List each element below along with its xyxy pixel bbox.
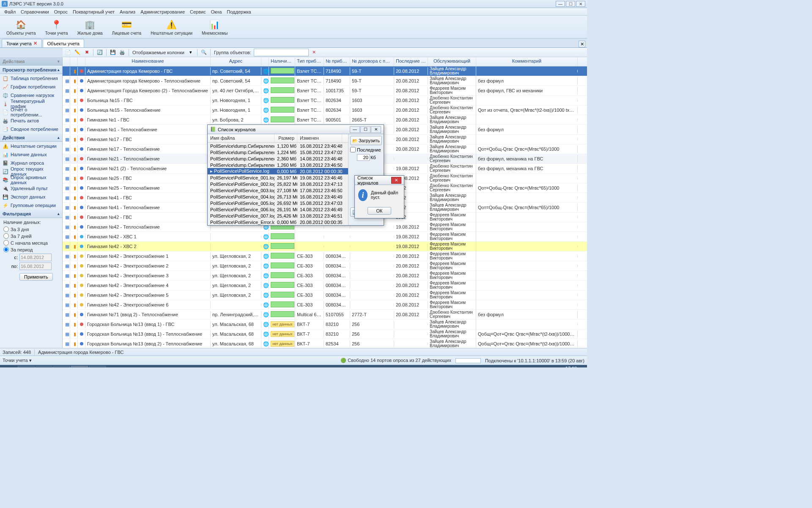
sidebar-section-actions[interactable]: Действия▴ [0,133,62,142]
grid-row[interactable]: ▦▮Больница №15 - ГВСул. Новогодняя, 1🌐Вз… [63,96,587,105]
sidebar-section-filter[interactable]: Фильтрация▴ [0,210,62,218]
sec2items-item-4[interactable]: 📄Отчет о потреблении... [0,108,62,116]
col-5[interactable] [261,57,269,66]
kb-input[interactable] [357,154,370,161]
filter-opt-monthstart[interactable]: С начала месяца [3,240,59,246]
file-col-modified[interactable]: Изменен [297,134,342,142]
menu-5[interactable]: Администрирование [138,9,187,14]
sec3items-item-2[interactable]: 📓Журнал опроса [0,159,62,167]
bottom-left-menu[interactable]: Точки учета ▾ [3,358,32,363]
group-input[interactable] [254,49,309,56]
file-row[interactable]: PollService\PollService_005.log26,692 Мб… [208,200,348,206]
sidebar-section-consumption[interactable]: Просмотр потребления▴ [0,66,62,74]
grid-row[interactable]: ▦▮Администрация Города Кемерово (2) - Те… [63,86,587,96]
close-tab-button[interactable]: ✕ [579,41,585,47]
sec2items-item-5[interactable]: 🖨️Печать актов [0,116,62,125]
minimize-button[interactable]: — [556,1,565,7]
grid-row[interactable]: ▦▮Администрация города Кемерово - ГВСпр.… [63,66,587,76]
close-button[interactable]: ✕ [576,1,585,7]
print-icon[interactable]: 🖨️ [118,49,126,56]
grid-row[interactable]: ▦▮Гимназия №71 (ввод 2) - Теплоснабжение… [63,310,587,320]
taskbar-app-icon[interactable]: ◆ [71,366,88,367]
edit-icon[interactable]: ✏️ [74,49,81,56]
grid-row[interactable]: ▦▮Городская Больница №13 (ввод 1) - Тепл… [63,329,587,339]
menu-7[interactable]: Окна [208,9,225,14]
msg-titlebar[interactable]: Список журналов ✕ [355,176,404,185]
col-12[interactable]: Комментарий [476,57,578,66]
sec2items-item-2[interactable]: ⚖️Сравнение нагрузок [0,91,62,99]
file-row[interactable]: PollService\dump.Сибирьтелеком_9(0)_00..… [208,155,348,162]
grid-row[interactable]: ▦▮Больница №15 - Теплоснабжениеул. Новог… [63,105,587,115]
maximize-button[interactable]: ☐ [566,1,575,7]
col-11[interactable]: Обслуживающий [428,57,476,66]
file-row[interactable]: PollService\dump.Сибирьтелеком_9(0)_00..… [208,149,348,155]
col-9[interactable]: № договора с поставщ... [350,57,394,66]
sec3items-item-6[interactable]: 💾Экспорт данных [0,193,62,201]
grid-row[interactable]: ▦▮Гимназия №42 - Электроснабжение 5ул. Щ… [63,290,587,300]
toolbar-btn-4[interactable]: ⚠️Нештатные ситуации [148,17,195,37]
new-icon[interactable]: 📄 [64,49,72,56]
col-0[interactable] [63,57,70,66]
sec3items-item-4[interactable]: 📚Опрос архивных данных [0,176,62,184]
toolbar-btn-5[interactable]: 📊Мнемосхемы [199,17,230,37]
file-row[interactable]: PollService\PollService_Error.log0,000 М… [208,219,348,225]
sec3items-item-3[interactable]: 🔄Опрос текущих данных [0,167,62,176]
file-row[interactable]: PollService\PollService_002.log25,822 Мб… [208,181,348,187]
sec2items-item-3[interactable]: 🌡️Температурный график [0,99,62,108]
file-row[interactable]: PollService\dump.Сибирьтелеком_9(0)_00..… [208,143,348,149]
msg-ok-button[interactable]: ОК [368,207,392,215]
grid-row[interactable]: ▦▮Гимназия №1 - ГВСул. Боброва, 2🌐Взлет … [63,115,587,125]
dialog-titlebar[interactable]: 📗 Список журналов — ☐ ✕ [208,125,384,134]
sidebar-section-actions-top[interactable]: Действия▾ [0,57,62,66]
filter-opt-7days[interactable]: За 7 дней [3,233,59,239]
col-2[interactable] [78,57,85,66]
col-6[interactable]: Наличие данных [269,57,295,66]
sec2items-item-0[interactable]: 📋Таблица потребления [0,74,62,83]
file-col-name[interactable]: Имя файла [208,134,274,142]
file-row[interactable]: PollService\PollService_004.log26,713 Мб… [208,193,348,200]
menu-2[interactable]: Опрос [52,9,70,14]
filter-opt-3days[interactable]: За 3 дня [3,226,59,232]
sec3items-item-7[interactable]: ⚡Групповые операции [0,201,62,210]
menu-1[interactable]: Справочники [18,9,52,14]
tab-0[interactable]: Точки учета✕ [2,39,42,47]
menu-6[interactable]: Сервис [187,9,208,14]
tab-1[interactable]: Объекты учета [43,39,84,47]
grid-row[interactable]: ▦▮Гимназия №42 - ХВС 1🌐19.08.2012Федорее… [63,232,587,242]
grid-row[interactable]: ▦▮Городская Больница №13 (ввод 2) - Тепл… [63,339,587,348]
sec2items-item-6[interactable]: 📑Сводное потребление [0,125,62,133]
taskbar-notes-icon[interactable]: 🗒️ [53,366,70,367]
refresh-icon[interactable]: 🔄 [96,49,104,56]
menu-0[interactable]: Файл [2,9,18,14]
col-10[interactable]: Последние данные [394,57,428,66]
col-7[interactable]: Тип прибора [295,57,324,66]
col-3[interactable]: Наименование [85,57,211,66]
dialog-minimize-button[interactable]: — [350,126,360,133]
taskbar-folder-icon[interactable]: 📂 [89,366,106,367]
tray-clock[interactable]: 17:1820.08.2012 [557,366,585,367]
grid-row[interactable]: ▦▮Городская Больница №13 (ввод 1) - ГВСу… [63,320,587,329]
dialog-close-button[interactable]: ✕ [371,126,381,133]
filter-from-input[interactable] [19,254,52,261]
toolbar-btn-3[interactable]: 💳Лицевые счета [109,17,145,37]
filter-opt-period[interactable]: За период [3,247,59,252]
file-col-size[interactable]: Размер [274,134,297,142]
filter-icon[interactable]: 🔍 [200,49,208,56]
file-row[interactable]: PollService\dump.Сибирьтелеком_9(0)_00..… [208,162,348,168]
columns-dropdown[interactable]: ▾ [187,49,195,56]
grid-row[interactable]: ▦▮Гимназия №42 - Электроснабжение 3ул. Щ… [63,271,587,281]
start-button[interactable] [2,366,17,367]
col-8[interactable]: № прибора [324,57,350,66]
toolbar-btn-1[interactable]: 📍Точки учета [42,17,71,37]
dialog-maximize-button[interactable]: ☐ [360,126,370,133]
col-4[interactable]: Адрес [211,57,261,66]
sec3items-item-0[interactable]: ⚠️Нештатные ситуации [0,142,62,150]
taskbar-chrome-icon[interactable]: 🌐 [36,366,52,367]
file-row[interactable]: ▸ PollService\PollService.log0,000 Мб20.… [208,168,348,174]
sec2items-item-1[interactable]: 📈График потребления [0,83,62,91]
load-button[interactable]: 📂 Загрузить [350,136,382,145]
file-row[interactable]: PollService\PollService_003.log27,108 Мб… [208,187,348,193]
recent-checkbox[interactable]: Последние [350,147,382,152]
filter-apply-button[interactable]: Применить [19,273,53,281]
grid-row[interactable]: ▦▮Администрация города Кемерово - Теплос… [63,76,587,86]
